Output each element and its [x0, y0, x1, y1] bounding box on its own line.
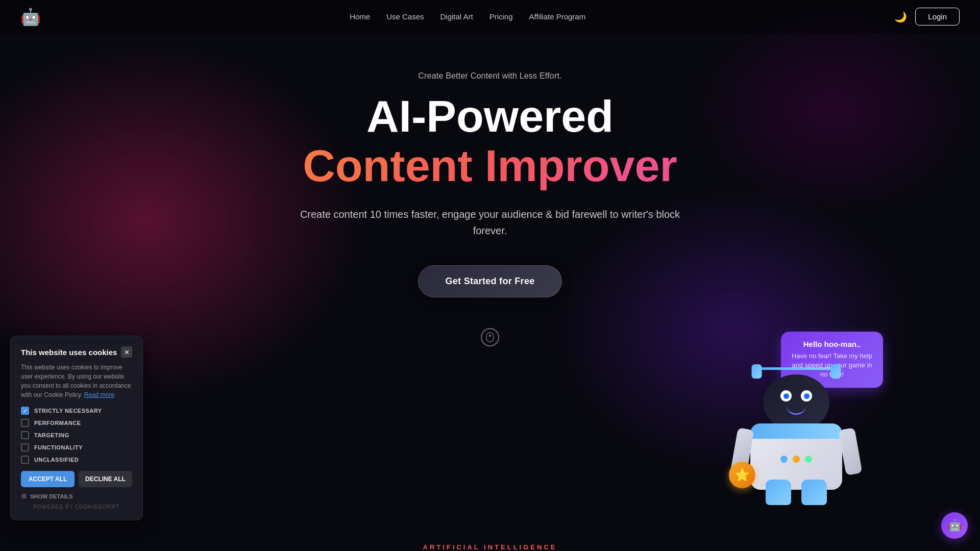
- cookie-label-unclassified: UNCLASSIFIED: [34, 457, 79, 463]
- robot-illustration: Hello hoo-man.. Have no fear! Take my he…: [715, 327, 878, 531]
- robot-left-eye: [780, 390, 792, 402]
- logo-icon: 🤖: [20, 7, 41, 27]
- cookie-description: This website uses cookies to improve use…: [21, 363, 132, 399]
- robot-feet: [766, 480, 827, 505]
- cookie-read-more[interactable]: Read more: [84, 391, 114, 398]
- chat-widget-button[interactable]: 🤖: [941, 512, 968, 539]
- robot-badge: ⭐: [729, 462, 755, 488]
- cookie-label-targeting: TARGETING: [34, 432, 69, 438]
- cookie-checkbox-targeting[interactable]: [21, 431, 29, 439]
- nav-affiliate[interactable]: Affiliate Program: [529, 12, 586, 21]
- hero-section: Create Better Content with Less Effort. …: [0, 0, 980, 551]
- cookie-accept-button[interactable]: ACCEPT ALL: [21, 471, 75, 487]
- nav-use-cases[interactable]: Use Cases: [386, 12, 424, 21]
- cookie-header: This website uses cookies ✕: [21, 346, 132, 358]
- cookie-decline-button[interactable]: DECLINE ALL: [79, 471, 132, 487]
- login-button[interactable]: Login: [915, 8, 960, 26]
- cookie-label-performance: PERFORMANCE: [34, 420, 81, 426]
- cookie-option-4: FUNCTIONALITY: [21, 443, 132, 452]
- cookie-title: This website uses cookies: [21, 348, 117, 357]
- cookie-label-necessary: STRICTLY NECESSARY: [34, 408, 102, 414]
- chat-widget-icon: 🤖: [948, 519, 962, 532]
- theme-toggle-button[interactable]: 🌙: [894, 11, 907, 23]
- robot-head: [763, 374, 829, 431]
- scroll-circle: [481, 328, 499, 346]
- cookie-close-button[interactable]: ✕: [121, 346, 132, 358]
- hero-description: Create content 10 times faster, engage y…: [296, 206, 684, 239]
- navbar: 🤖 Home Use Cases Digital Art Pricing Aff…: [0, 0, 980, 33]
- cookie-option-2: PERFORMANCE: [21, 419, 132, 427]
- hero-title-line1: AI-Powered: [0, 93, 980, 140]
- chat-bubble-title: Hello hoo-man..: [791, 340, 873, 348]
- cookie-option-1: STRICTLY NECESSARY: [21, 407, 132, 415]
- get-started-button[interactable]: Get Started for Free: [418, 265, 561, 297]
- nav-pricing[interactable]: Pricing: [489, 12, 513, 21]
- robot-right-eye: [801, 390, 812, 402]
- show-details-label: SHOW DETAILS: [30, 493, 73, 499]
- logo[interactable]: 🤖: [20, 7, 41, 27]
- cookie-option-5: UNCLASSIFIED: [21, 456, 132, 464]
- cookie-show-details[interactable]: ⚙ SHOW DETAILS: [21, 492, 132, 500]
- cookie-checkbox-performance[interactable]: [21, 419, 29, 427]
- cookie-banner: This website uses cookies ✕ This website…: [10, 336, 143, 520]
- svg-rect-0: [486, 333, 494, 342]
- cookie-label-functionality: FUNCTIONALITY: [34, 444, 83, 450]
- bottom-label-section: ARTIFICIAL INTELLIGENCE: [0, 541, 980, 551]
- robot-body: ⭐: [745, 367, 847, 490]
- hero-title-line2: Content Improver: [0, 140, 980, 191]
- nav-links: Home Use Cases Digital Art Pricing Affil…: [350, 12, 585, 21]
- cookie-checkbox-unclassified[interactable]: [21, 456, 29, 464]
- cookie-buttons: ACCEPT ALL DECLINE ALL: [21, 471, 132, 487]
- hero-subtitle: Create Better Content with Less Effort.: [0, 71, 980, 81]
- nav-digital-art[interactable]: Digital Art: [440, 12, 473, 21]
- cookie-checkbox-necessary[interactable]: [21, 407, 29, 415]
- ai-label: ARTIFICIAL INTELLIGENCE: [423, 543, 557, 551]
- svg-point-1: [489, 335, 491, 337]
- settings-icon: ⚙: [21, 492, 27, 500]
- navbar-right: 🌙 Login: [894, 8, 960, 26]
- cookie-powered-by: POWERED BY COOKIESCRIPT: [21, 504, 132, 510]
- nav-home[interactable]: Home: [350, 12, 370, 21]
- cookie-checkbox-functionality[interactable]: [21, 443, 29, 452]
- cookie-option-3: TARGETING: [21, 431, 132, 439]
